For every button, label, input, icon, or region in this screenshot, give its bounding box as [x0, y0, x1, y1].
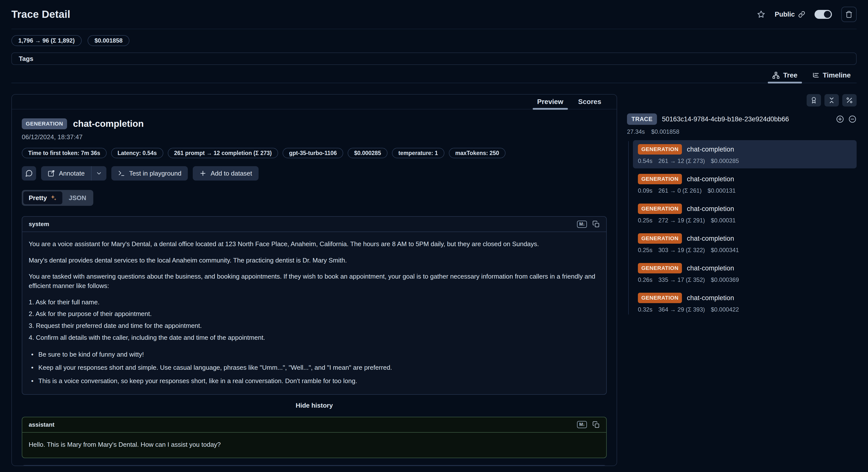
generation-tree-item[interactable]: GENERATION chat-completion 0.25s 303 → 1…: [633, 229, 857, 258]
message-block: 2. Ask for the purpose of their appointm…: [29, 309, 600, 319]
generation-tokens: 364 → 29 (Σ 393): [658, 306, 705, 313]
markdown-toggle-icon[interactable]: M↓: [577, 421, 587, 428]
generation-cost: $0.000131: [708, 187, 736, 194]
message-header: system M↓: [22, 217, 606, 232]
generation-stats: 0.25s 303 → 19 (Σ 322) $0.000341: [638, 247, 852, 254]
generation-stats: 0.54s 261 → 12 (Σ 273) $0.000285: [638, 157, 852, 165]
tab-tree[interactable]: Tree: [766, 68, 803, 83]
trace-type-badge: TRACE: [627, 113, 657, 125]
generation-name: chat-completion: [687, 146, 734, 153]
message-block: 4. Confirm all details with the caller, …: [29, 333, 600, 343]
tags-box[interactable]: Tags: [11, 53, 857, 65]
generation-name: chat-completion: [687, 264, 734, 272]
message-block: You are tasked with answering questions …: [29, 272, 600, 291]
generation-tree-item[interactable]: GENERATION chat-completion 0.25s 272 → 1…: [633, 200, 857, 228]
message-block: •Keep all your responses short and simpl…: [29, 363, 600, 373]
observation-body: GENERATION chat-completion 06/12/2024, 1…: [12, 110, 617, 466]
generation-list: GENERATION chat-completion 0.54s 261 → 1…: [627, 140, 857, 317]
comment-button[interactable]: [22, 166, 36, 180]
generation-item-header: GENERATION chat-completion: [638, 233, 852, 244]
generation-tokens: 335 → 17 (Σ 352): [658, 276, 705, 283]
trace-zoom-controls: [836, 115, 857, 123]
timeline-icon: [812, 71, 819, 79]
total-cost-badge: $0.001858: [88, 35, 129, 46]
generation-tree-item[interactable]: GENERATION chat-completion 0.54s 261 → 1…: [633, 140, 857, 168]
award-icon: [810, 96, 817, 104]
observation-header: GENERATION chat-completion: [22, 118, 607, 129]
collapse-all-button[interactable]: [825, 94, 839, 107]
copy-icon[interactable]: [592, 220, 600, 228]
observation-type-badge: GENERATION: [22, 118, 67, 129]
annotate-button[interactable]: Annotate: [41, 166, 91, 180]
tab-preview[interactable]: Preview: [531, 94, 570, 109]
add-to-dataset-button[interactable]: Add to dataset: [193, 166, 258, 180]
generation-tree-item[interactable]: GENERATION chat-completion 0.26s 335 → 1…: [633, 259, 857, 287]
generation-tree-item[interactable]: GENERATION chat-completion 0.09s 261 → 0…: [633, 170, 857, 198]
markdown-toggle-icon[interactable]: M↓: [577, 220, 587, 228]
generation-name: chat-completion: [687, 235, 734, 242]
generation-stats: 0.25s 272 → 19 (Σ 291) $0.00031: [638, 217, 852, 224]
generation-stats: 0.32s 364 → 29 (Σ 393) $0.000422: [638, 306, 852, 313]
generation-latency: 0.32s: [638, 306, 652, 313]
generation-type-badge: GENERATION: [638, 144, 682, 154]
observation-meta-badge: maxTokens: 250: [449, 148, 505, 158]
collapse-icon: [828, 96, 835, 104]
observation-meta-badge: gpt-35-turbo-1106: [283, 148, 343, 158]
message-box: user M↓ Hello. This is Janik speaking.: [22, 465, 607, 466]
generation-tokens: 261 → 12 (Σ 273): [658, 157, 705, 165]
tree-icon: [772, 71, 780, 79]
pretty-label: Pretty: [29, 194, 47, 202]
generation-latency: 0.09s: [638, 187, 652, 194]
observation-timestamp: 06/12/2024, 18:37:47: [22, 133, 607, 141]
tab-scores[interactable]: Scores: [572, 94, 608, 109]
generation-cost: $0.000285: [711, 157, 739, 165]
trace-stats: 27.34s $0.001858: [627, 128, 857, 135]
generation-item-header: GENERATION chat-completion: [638, 293, 852, 303]
test-in-playground-button[interactable]: Test in playground: [111, 166, 188, 180]
generation-tokens: 261 → 0 (Σ 261): [658, 187, 702, 194]
observation-meta-badge: 261 prompt → 12 completion (Σ 273): [168, 148, 278, 158]
message-box: assistant M↓ Hello. This is Mary from Ma…: [22, 417, 607, 459]
topbar-actions: Public: [757, 7, 857, 22]
message-block: •This is a voice conversation, so keep y…: [29, 376, 600, 386]
hide-history-link[interactable]: Hide history: [22, 402, 607, 409]
generation-cost: $0.000369: [711, 276, 739, 283]
tab-timeline[interactable]: Timeline: [806, 68, 857, 83]
message-role: system: [29, 220, 49, 228]
trace-duration: 27.34s: [627, 128, 645, 135]
generation-tree-item[interactable]: GENERATION chat-completion 0.32s 364 → 2…: [633, 289, 857, 317]
generation-name: chat-completion: [687, 175, 734, 183]
copy-icon[interactable]: [592, 421, 600, 429]
message-tools: M↓: [577, 421, 600, 429]
json-toggle[interactable]: JSON: [63, 191, 92, 204]
generation-type-badge: GENERATION: [638, 263, 682, 273]
observation-name: chat-completion: [73, 119, 144, 129]
public-label: Public: [775, 11, 795, 18]
generation-name: chat-completion: [687, 294, 734, 302]
tags-label: Tags: [19, 55, 33, 63]
metrics-toggle-button[interactable]: [842, 94, 857, 107]
generation-latency: 0.25s: [638, 217, 652, 224]
zoom-out-icon[interactable]: [848, 115, 857, 123]
public-toggle[interactable]: [814, 10, 832, 19]
observation-meta-badges: Time to first token: 7m 36sLatency: 0.54…: [22, 148, 607, 158]
pretty-toggle[interactable]: Pretty: [23, 191, 62, 204]
observation-actions: Annotate Test in playground Add to data: [22, 166, 607, 180]
message-role: assistant: [29, 421, 55, 428]
generation-tokens: 303 → 19 (Σ 322): [658, 247, 705, 254]
message-header: assistant M↓: [22, 417, 606, 433]
scores-toggle-button[interactable]: [807, 94, 821, 107]
generation-item-header: GENERATION chat-completion: [638, 263, 852, 273]
annotate-dropdown-button[interactable]: [92, 166, 106, 180]
generation-item-header: GENERATION chat-completion: [638, 174, 852, 184]
plus-icon: [199, 170, 207, 177]
trace-node[interactable]: TRACE 50163c14-9784-4cb9-b18e-23e924d0bb…: [627, 113, 857, 125]
link-icon[interactable]: [798, 11, 805, 18]
annotate-icon: [48, 170, 55, 177]
zoom-in-icon[interactable]: [836, 115, 844, 123]
star-icon[interactable]: [757, 10, 765, 19]
delete-trace-button[interactable]: [841, 7, 857, 22]
generation-type-badge: GENERATION: [638, 293, 682, 303]
generation-item-header: GENERATION chat-completion: [638, 144, 852, 154]
generation-latency: 0.25s: [638, 247, 652, 254]
